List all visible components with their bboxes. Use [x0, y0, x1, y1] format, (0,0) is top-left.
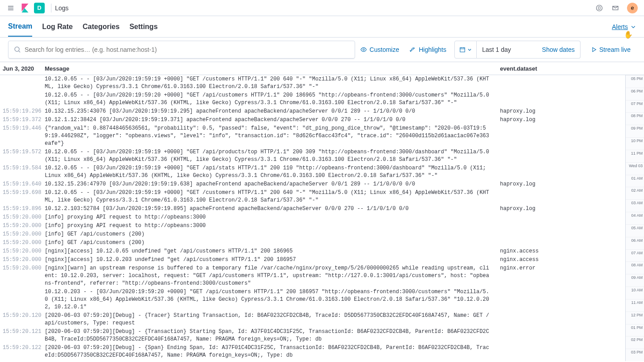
tabs-bar: Stream Log Rate Categories Settings Aler… — [0, 16, 644, 38]
date-range-display[interactable]: Last 1 day Show dates — [477, 41, 580, 59]
log-message: [2020-06-03 07:59:20][Debug] - {Span} En… — [45, 344, 500, 359]
tab-stream[interactable]: Stream — [8, 17, 32, 37]
log-message: [2020-06-03 07:59:20][Debug] - {Tracer} … — [45, 312, 500, 327]
log-message: [nginx][access] 10.12.0.203 undefined "g… — [45, 256, 500, 264]
hamburger-menu-button[interactable] — [4, 1, 18, 15]
log-row[interactable]: 15:59:19.446{"random_val": 0.88744846563… — [0, 124, 625, 148]
col-header-dataset: event.dataset — [500, 65, 625, 72]
minimap-tick: 09 AM — [626, 274, 644, 286]
tab-log-rate[interactable]: Log Rate — [42, 17, 72, 36]
log-row[interactable]: 15:59:19.64010.132.15.236:47970 [03/Jun/… — [0, 180, 625, 189]
log-row[interactable]: 15:59:19.69810.12.0.65 - - [03/Jun/2020:… — [0, 189, 625, 205]
log-time: 15:59:19.896 — [3, 205, 45, 213]
svg-point-3 — [15, 47, 19, 51]
log-message: [2020-06-03 07:59:20][Debug] - {Transact… — [45, 328, 500, 343]
minimap-tick: 08 AM — [626, 261, 644, 274]
log-row[interactable]: 15:59:19.37210.12.1.12:38424 [03/Jun/202… — [0, 116, 625, 124]
minimap-tick: 05 PM — [626, 75, 644, 88]
log-message: 10.132.15.236:47970 [03/Jun/2020:19:59:1… — [45, 181, 500, 188]
app-badge[interactable]: D — [34, 3, 45, 13]
menu-icon — [7, 4, 14, 12]
search-icon — [14, 46, 21, 53]
log-row[interactable]: 10.12.0.65 - - [03/Jun/2020:19:59:19 +00… — [0, 75, 625, 91]
tab-settings[interactable]: Settings — [129, 17, 157, 36]
log-time: 15:59:20.120 — [3, 312, 45, 320]
toolbar: Customize Highlights Last 1 day Show dat… — [0, 38, 644, 62]
log-row[interactable]: 15:59:19.29610.132.15.235:43076 [03/Jun/… — [0, 107, 625, 116]
log-row[interactable]: 15:59:19.58410.12.0.65 - - [03/Jun/2020:… — [0, 164, 625, 180]
minimap-tick: 04 AM — [626, 212, 644, 224]
log-row[interactable]: 15:59:20.000[info] proxying API request … — [0, 222, 625, 230]
svg-rect-5 — [460, 48, 465, 52]
newsfeed-icon — [596, 4, 603, 12]
log-row[interactable]: 10.12.0.203 - - [03/Jun/2020:19:59:20 +0… — [0, 288, 625, 311]
log-time: 15:59:19.584 — [3, 164, 45, 172]
log-row[interactable]: 15:59:19.89610.12.2.103:52784 [03/Jun/20… — [0, 205, 625, 213]
log-dataset: nginx.access — [500, 248, 625, 255]
show-dates-link[interactable]: Show dates — [542, 46, 575, 53]
log-dataset: nginx.access — [500, 256, 625, 264]
log-row[interactable]: 15:59:20.000[nginx][access] 10.12.0.65 u… — [0, 247, 625, 256]
log-time: 15:59:19.296 — [3, 108, 45, 115]
log-message: [info] GET /api/customers (200) — [45, 239, 500, 247]
highlights-button[interactable]: Highlights — [404, 41, 451, 59]
mail-button[interactable] — [608, 1, 623, 15]
log-message: 10.12.2.103:52784 [03/Jun/2020:19:59:19.… — [45, 205, 500, 213]
log-time: 15:59:20.000 — [3, 214, 45, 221]
log-row[interactable]: 15:59:20.000[nginx][warn] an upstream re… — [0, 264, 625, 288]
log-time: 15:59:19.698 — [3, 189, 45, 197]
log-time: 15:59:19.372 — [3, 116, 45, 124]
alerts-label: Alerts — [612, 23, 628, 30]
log-message: [info] GET /api/customers (200) — [45, 231, 500, 238]
log-time: 15:59:20.122 — [3, 360, 45, 361]
log-time: 15:59:20.122 — [3, 344, 45, 352]
log-time: 15:59:20.000 — [3, 239, 45, 247]
breadcrumb: Logs — [55, 4, 68, 12]
minimap-tick: 05 AM — [626, 224, 644, 237]
tab-categories[interactable]: Categories — [83, 17, 120, 36]
alerts-dropdown[interactable]: Alerts ✋ — [612, 23, 636, 30]
kibana-logo[interactable] — [18, 1, 32, 15]
minimap-tick: 12 PM — [626, 311, 644, 324]
table-header: Jun 3, 2020 Message event.dataset — [0, 62, 644, 75]
log-row[interactable]: 15:59:20.000[info] GET /api/customers (2… — [0, 239, 625, 247]
log-row[interactable]: 10.12.0.65 - - [03/Jun/2020:19:59:20 +00… — [0, 91, 625, 107]
log-message: 10.12.0.65 - - [03/Jun/2020:19:59:19 +00… — [45, 164, 500, 180]
log-row[interactable]: 15:59:20.000[info] proxying API request … — [0, 213, 625, 222]
log-message: 10.132.15.235:43076 [03/Jun/2020:19:59:1… — [45, 108, 500, 115]
search-box[interactable] — [8, 41, 355, 59]
minimap[interactable]: 05 PM06 PM07 PM08 PM09 PM10 PM11 PMWed 0… — [625, 75, 644, 361]
log-dataset: nginx.error — [500, 265, 625, 272]
date-range-label: Last 1 day — [482, 46, 511, 53]
stream-live-label: Stream live — [599, 46, 631, 53]
log-row[interactable]: 15:59:20.000[info] GET /api/customers (2… — [0, 230, 625, 239]
log-row[interactable]: 15:59:20.120[2020-06-03 07:59:20][Debug]… — [0, 311, 625, 328]
log-message: [info] proxying API request to http://op… — [45, 222, 500, 230]
customize-button[interactable]: Customize — [355, 41, 404, 59]
minimap-tick: 02 AM — [626, 187, 644, 199]
breadcrumb-separator — [51, 4, 51, 13]
highlights-label: Highlights — [419, 46, 446, 53]
log-row[interactable]: 15:59:20.122[2020-06-03 07:59:20][Debug]… — [0, 360, 625, 361]
log-message: [nginx][warn] an upstream response is bu… — [45, 265, 500, 287]
search-input[interactable] — [25, 46, 349, 53]
log-row[interactable]: 15:59:19.57210.12.0.65 - - [03/Jun/2020:… — [0, 148, 625, 164]
stream-live-button[interactable]: Stream live — [586, 41, 636, 59]
log-row[interactable]: 15:59:20.121[2020-06-03 07:59:20][Debug]… — [0, 328, 625, 344]
log-time: 15:59:19.572 — [3, 148, 45, 156]
date-picker-button[interactable] — [454, 41, 477, 59]
log-time: 15:59:20.000 — [3, 231, 45, 238]
mail-icon — [612, 4, 619, 12]
log-row[interactable]: 15:59:20.000[nginx][access] 10.12.0.203 … — [0, 256, 625, 264]
log-dataset: haproxy.log — [500, 205, 625, 213]
newsfeed-button[interactable] — [592, 1, 606, 15]
chevron-down-icon — [631, 24, 636, 29]
avatar[interactable]: e — [627, 3, 638, 13]
log-dataset: haproxy.log — [500, 116, 625, 124]
log-row[interactable]: 15:59:20.122[2020-06-03 07:59:20][Debug]… — [0, 344, 625, 360]
minimap-tick: 10 PM — [626, 137, 644, 150]
log-message: 10.12.0.65 - - [03/Jun/2020:19:59:19 +00… — [45, 148, 500, 164]
eye-icon — [360, 46, 367, 53]
minimap-tick: 01 PM — [626, 324, 644, 337]
log-scroll-area[interactable]: 10.12.0.65 - - [03/Jun/2020:19:59:19 +00… — [0, 75, 625, 361]
